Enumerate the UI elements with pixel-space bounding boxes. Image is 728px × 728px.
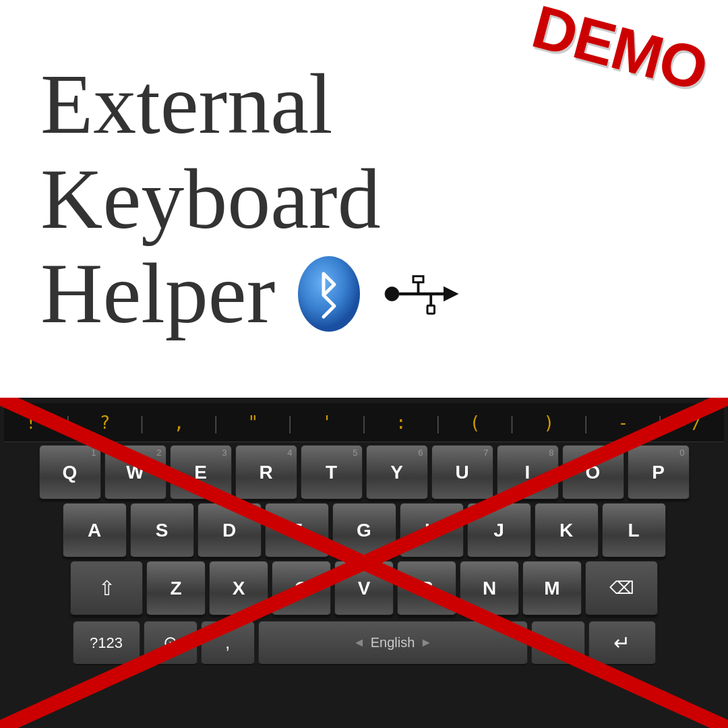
bluetooth-icon (295, 253, 363, 334)
key-V[interactable]: V (334, 561, 394, 616)
bottom-row: ?123 ⊙ , ◄ English ► . ↵ (4, 619, 724, 667)
key-J[interactable]: J (467, 503, 531, 558)
sym-question[interactable]: ? (100, 413, 111, 433)
svg-rect-5 (413, 276, 423, 282)
key-G[interactable]: G (332, 503, 396, 558)
title-line-3: Helper (40, 246, 275, 341)
key-M[interactable]: M (522, 561, 582, 616)
svg-marker-3 (444, 286, 459, 302)
key-E[interactable]: 3 E (170, 445, 232, 500)
top-section: External Keyboard Helper (0, 0, 728, 398)
keyboard-section: ! | ? | , | " | ' | : | ( | ) | - | / 1 … (0, 398, 728, 728)
sym-colon[interactable]: : (396, 413, 406, 433)
svg-point-1 (385, 286, 399, 301)
asdf-row: A S D F G H J K L (4, 503, 724, 558)
key-W[interactable]: 2 W (104, 445, 166, 500)
keyboard: ! | ? | , | " | ' | : | ( | ) | - | / 1 … (0, 398, 728, 728)
key-P[interactable]: 0 P (628, 445, 690, 500)
key-K[interactable]: K (535, 503, 599, 558)
key-Z[interactable]: Z (146, 561, 206, 616)
key-globe[interactable]: ⊙ (144, 621, 198, 665)
key-H[interactable]: H (400, 503, 464, 558)
key-I[interactable]: 8 I (497, 445, 559, 500)
key-R[interactable]: 4 R (235, 445, 297, 500)
key-space[interactable]: ◄ English ► (258, 621, 528, 665)
key-O[interactable]: 9 O (562, 445, 624, 500)
key-C[interactable]: C (272, 561, 331, 616)
sym-apostrophe[interactable]: ' (322, 413, 332, 433)
title-line-2: Keyboard (40, 152, 464, 247)
key-A[interactable]: A (63, 503, 127, 558)
app-title-block: External Keyboard Helper (40, 57, 464, 341)
key-X[interactable]: X (209, 561, 268, 616)
key-L[interactable]: L (602, 503, 666, 558)
key-comma-bottom[interactable]: , (201, 621, 255, 665)
key-numsym[interactable]: ?123 (73, 621, 140, 665)
key-enter[interactable]: ↵ (588, 621, 656, 665)
key-backspace[interactable]: ⌫ (585, 561, 658, 616)
zxcv-row: ⇧ Z X C V B N M ⌫ (4, 561, 724, 616)
key-F[interactable]: F (265, 503, 329, 558)
sym-slash[interactable]: / (692, 413, 702, 433)
sym-open-paren[interactable]: ( (470, 413, 481, 433)
key-shift[interactable]: ⇧ (70, 561, 143, 616)
key-Q[interactable]: 1 Q (39, 445, 101, 500)
title-line-1: External (40, 57, 464, 152)
key-S[interactable]: S (130, 503, 194, 558)
demo-badge: DEMO (525, 0, 714, 104)
symbol-row: ! | ? | , | " | ' | : | ( | ) | - | / (4, 403, 724, 442)
key-period[interactable]: . (531, 621, 585, 665)
qwerty-row: 1 Q 2 W 3 E 4 R 5 T 6 Y (4, 445, 724, 500)
usb-icon (383, 267, 464, 321)
key-Y[interactable]: 6 Y (366, 445, 428, 500)
svg-rect-7 (427, 305, 435, 313)
svg-point-0 (298, 256, 360, 332)
key-U[interactable]: 7 U (431, 445, 493, 500)
sym-close-paren[interactable]: ) (544, 413, 555, 433)
key-N[interactable]: N (460, 561, 519, 616)
sym-dash[interactable]: - (617, 413, 628, 433)
sym-comma[interactable]: , (174, 413, 185, 433)
key-T[interactable]: 5 T (301, 445, 363, 500)
sym-quote[interactable]: " (247, 413, 258, 433)
key-B[interactable]: B (397, 561, 456, 616)
helper-row: Helper (40, 246, 464, 341)
sym-exclaim[interactable]: ! (26, 413, 36, 433)
key-D[interactable]: D (198, 503, 262, 558)
